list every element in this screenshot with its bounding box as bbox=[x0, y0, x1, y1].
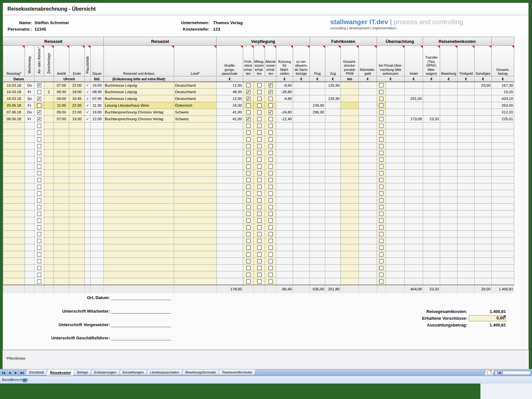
cell-privcb[interactable] bbox=[377, 163, 386, 170]
cell-ende[interactable] bbox=[69, 143, 85, 150]
checkbox-abend[interactable] bbox=[269, 83, 273, 87]
scroll-left-icon[interactable] bbox=[498, 372, 500, 374]
cell-pkw[interactable] bbox=[341, 163, 359, 170]
checkbox-privcb[interactable] bbox=[379, 97, 383, 101]
cell-pkw[interactable] bbox=[341, 197, 359, 204]
checkbox-privcb[interactable] bbox=[379, 158, 383, 162]
checkbox-fruh[interactable] bbox=[246, 110, 251, 114]
cell-datum[interactable] bbox=[3, 265, 25, 271]
cell-privcb[interactable] bbox=[377, 170, 386, 177]
cell-pkw[interactable] bbox=[341, 251, 359, 258]
cell-zw[interactable] bbox=[44, 163, 54, 170]
cell-abend[interactable] bbox=[265, 150, 276, 156]
cell-pkw[interactable] bbox=[341, 265, 359, 271]
checkbox-privcb[interactable] bbox=[379, 212, 383, 216]
cell-antritt[interactable] bbox=[54, 156, 69, 163]
checkbox-abend[interactable] bbox=[269, 171, 273, 175]
checkbox-anab[interactable] bbox=[37, 117, 41, 121]
cell-zw[interactable] bbox=[44, 170, 54, 177]
insert-sheet-tab[interactable] bbox=[484, 370, 494, 376]
cell-fruh[interactable] bbox=[243, 143, 254, 150]
cell-abend[interactable] bbox=[265, 210, 276, 217]
cell-zw[interactable] bbox=[44, 109, 54, 116]
cell-mittag[interactable] bbox=[254, 204, 265, 210]
cell-zw[interactable] bbox=[44, 251, 54, 258]
checkbox-anab[interactable] bbox=[37, 110, 41, 114]
checkbox-abend[interactable] bbox=[269, 124, 273, 128]
cell-mittag[interactable] bbox=[254, 265, 265, 271]
cell-abend[interactable] bbox=[265, 244, 276, 251]
cell-datum[interactable] bbox=[3, 204, 25, 210]
checkbox-mittag[interactable] bbox=[257, 273, 261, 277]
cell-pkw[interactable] bbox=[341, 210, 359, 217]
cell-anab[interactable] bbox=[34, 183, 44, 190]
cell-abend[interactable] bbox=[265, 109, 276, 116]
checkbox-mittag[interactable] bbox=[257, 144, 261, 148]
checkbox-anab[interactable] bbox=[37, 83, 41, 87]
cell-fruh[interactable] bbox=[243, 231, 254, 238]
checkbox-anab[interactable] bbox=[37, 279, 41, 284]
cell-fruh[interactable] bbox=[243, 170, 254, 177]
cell-antritt[interactable] bbox=[54, 190, 69, 197]
checkbox-anab[interactable] bbox=[37, 131, 41, 135]
cell-ende[interactable] bbox=[69, 210, 85, 217]
cell-mittag[interactable] bbox=[254, 197, 265, 204]
checkbox-fruh[interactable] bbox=[246, 164, 251, 169]
checkbox-fruh[interactable] bbox=[246, 225, 251, 229]
cell-abend[interactable] bbox=[265, 278, 276, 285]
cell-antritt[interactable] bbox=[54, 177, 69, 183]
cell-abend[interactable] bbox=[265, 224, 276, 231]
cell-fruh[interactable] bbox=[243, 204, 254, 210]
cell-antritt[interactable] bbox=[54, 163, 69, 170]
cell-anab[interactable] bbox=[34, 156, 44, 163]
cell-datum[interactable] bbox=[3, 244, 25, 251]
cell-ziel[interactable] bbox=[104, 244, 174, 251]
cell-fruh[interactable] bbox=[243, 217, 254, 224]
cell-datum[interactable] bbox=[3, 170, 25, 177]
checkbox-fruh[interactable] bbox=[246, 239, 251, 243]
cell-anab[interactable] bbox=[34, 177, 44, 183]
vorschuesse-input[interactable]: 0,00 bbox=[469, 315, 506, 321]
cell-ende[interactable] bbox=[69, 136, 85, 143]
cell-privcb[interactable] bbox=[377, 231, 386, 238]
checkbox-privcb[interactable] bbox=[379, 131, 383, 135]
sig-geschaeftsfuehrer-line[interactable] bbox=[111, 340, 171, 340]
cell-pkw[interactable] bbox=[341, 170, 359, 177]
checkbox-anab[interactable] bbox=[37, 137, 41, 141]
checkbox-mittag[interactable] bbox=[257, 279, 261, 284]
cell-privcb[interactable] bbox=[377, 109, 386, 116]
checkbox-abend[interactable] bbox=[269, 158, 273, 162]
cell-ende[interactable] bbox=[69, 251, 85, 258]
checkbox-abend[interactable] bbox=[269, 103, 273, 108]
cell-fruh[interactable] bbox=[243, 265, 254, 271]
cell-abend[interactable] bbox=[265, 170, 276, 177]
checkbox-privcb[interactable] bbox=[379, 178, 383, 182]
cell-abend[interactable] bbox=[265, 102, 276, 109]
cell-zw[interactable] bbox=[44, 156, 54, 163]
cell-zw[interactable] bbox=[44, 204, 54, 210]
cell-ende[interactable]: 22:30 bbox=[69, 102, 85, 109]
checkbox-mittag[interactable] bbox=[257, 131, 261, 135]
cell-abend[interactable] bbox=[265, 143, 276, 150]
cell-datum[interactable] bbox=[3, 183, 25, 190]
checkbox-fruh[interactable] bbox=[246, 191, 251, 196]
cell-antritt[interactable] bbox=[54, 231, 69, 238]
cell-pkw[interactable] bbox=[341, 89, 359, 95]
checkbox-fruh[interactable] bbox=[246, 131, 251, 135]
cell-fruh[interactable] bbox=[243, 129, 254, 136]
cell-privcb[interactable] bbox=[377, 204, 386, 210]
cell-zw[interactable] bbox=[44, 129, 54, 136]
checkbox-abend[interactable] bbox=[269, 266, 273, 270]
cell-ziel[interactable] bbox=[104, 265, 174, 271]
cell-privcb[interactable] bbox=[377, 278, 386, 285]
cell-privcb[interactable] bbox=[377, 183, 386, 190]
cell-ende[interactable] bbox=[69, 224, 85, 231]
cell-datum[interactable]: 18.03.18 bbox=[3, 95, 25, 102]
cell-ziel[interactable] bbox=[104, 224, 174, 231]
cell-pkw[interactable] bbox=[341, 224, 359, 231]
cell-land[interactable] bbox=[174, 258, 217, 265]
cell-mittag[interactable] bbox=[254, 116, 265, 122]
cell-datum[interactable] bbox=[3, 136, 25, 143]
checkbox-abend[interactable] bbox=[269, 191, 273, 196]
cell-ende[interactable] bbox=[69, 271, 85, 278]
